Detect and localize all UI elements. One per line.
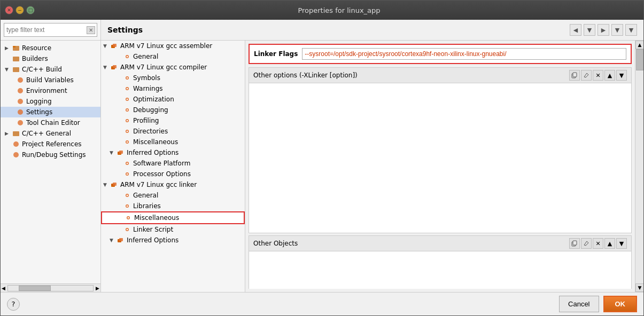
tree-software-platform[interactable]: Software Platform — [101, 158, 245, 169]
cancel-button[interactable]: Cancel — [559, 296, 599, 312]
other-objects-toolbar: ✕ ▲ ▼ — [569, 238, 627, 249]
svg-point-25 — [127, 109, 128, 111]
right-content: Linker Flags Other options (-XLinker [op… — [245, 41, 643, 292]
svg-point-19 — [127, 77, 128, 79]
tree-optimization[interactable]: Optimization — [101, 94, 245, 105]
svg-rect-9 — [13, 131, 19, 136]
tree-arm-linker[interactable]: ▼ ARM v7 Linux gcc linker — [101, 179, 245, 190]
tree-item-ccpp-build[interactable]: ▼ C/C++ Build — [1, 64, 100, 75]
copy-button[interactable] — [569, 70, 580, 81]
tree-inferred-compiler[interactable]: ▼ Inferred Options — [101, 147, 245, 158]
delete-button[interactable]: ✕ — [593, 238, 603, 249]
nav-back-dropdown-button[interactable]: ▼ — [584, 24, 595, 36]
content-with-scrollbar: Linker Flags Other options (-XLinker [op… — [245, 41, 643, 292]
tree-item-build-variables[interactable]: Build Variables — [1, 75, 100, 85]
tree-item-toolchain-editor[interactable]: Tool Chain Editor — [1, 117, 100, 128]
svg-point-21 — [127, 88, 128, 90]
close-button[interactable]: ✕ — [5, 6, 13, 14]
tree-label: Run/Debug Settings — [22, 151, 86, 159]
maximize-button[interactable]: □ — [26, 6, 35, 14]
other-options-header: Other options (-XLinker [option]) — [249, 68, 631, 83]
tree-symbols[interactable]: Symbols — [101, 73, 245, 83]
inferred-compiler-icon — [117, 148, 125, 157]
window-controls: ✕ − □ — [5, 6, 35, 14]
tree-item-environment[interactable]: Environment — [1, 85, 100, 96]
tree-item-project-refs[interactable]: Project References — [1, 139, 100, 149]
edit-button[interactable] — [581, 70, 592, 81]
help-button[interactable]: ? — [7, 298, 20, 311]
other-options-label: Other options (-XLinker [option]) — [253, 72, 358, 79]
nav-forward-dropdown-button[interactable]: ▼ — [611, 24, 623, 36]
tree-label: Project References — [22, 140, 82, 148]
nav-back-button[interactable]: ◀ — [570, 24, 581, 36]
tree-profiling[interactable]: Profiling — [101, 115, 245, 126]
move-down-button[interactable]: ▼ — [616, 70, 627, 81]
tree-label: Settings — [26, 108, 52, 116]
tree-label: Symbols — [133, 74, 160, 82]
tree-arrow: ▼ — [103, 182, 108, 187]
tree-linker-general[interactable]: General — [101, 190, 245, 201]
tree-arm-asm-general[interactable]: General — [101, 51, 245, 62]
filter-input[interactable] — [6, 26, 87, 34]
tree-arrow: ▼ — [110, 238, 115, 243]
hscroll-thumb — [19, 286, 51, 291]
svg-rect-51 — [573, 73, 577, 77]
titlebar: ✕ − □ Properties for linux_app — [1, 1, 643, 20]
svg-point-31 — [127, 141, 128, 143]
move-up-button[interactable]: ▲ — [604, 70, 615, 81]
tree-item-run-debug[interactable]: Run/Debug Settings — [1, 149, 100, 160]
tree-miscellaneous[interactable]: Miscellaneous — [101, 211, 245, 224]
left-panel-scrollbar[interactable]: ◀ ▶ — [1, 283, 100, 292]
minimize-button[interactable]: − — [15, 6, 24, 14]
tree-arm-compiler[interactable]: ▼ ARM v7 Linux gcc compiler — [101, 62, 245, 73]
svg-point-37 — [127, 173, 128, 175]
tree-warnings[interactable]: Warnings — [101, 83, 245, 94]
tree-arrow: ▼ — [103, 43, 108, 49]
tree-label: Directories — [133, 128, 168, 135]
move-down-button[interactable]: ▼ — [616, 238, 627, 249]
nav-menu-button[interactable]: ▼ — [625, 24, 637, 36]
tree-misc-compiler[interactable]: Miscellaneous — [101, 137, 245, 147]
gear-icon — [123, 95, 131, 104]
arm-compiler-icon — [110, 63, 119, 72]
tree-item-ccpp-general[interactable]: ▶ C/C++ General — [1, 128, 100, 139]
svg-point-27 — [127, 120, 128, 122]
ccpp-build-icon — [12, 65, 20, 74]
filter-input-wrap: ✕ — [4, 23, 97, 37]
tree-item-builders[interactable]: Builders — [1, 53, 100, 64]
linker-flags-input[interactable] — [302, 48, 626, 60]
tree-directories[interactable]: Directories — [101, 126, 245, 137]
gear-icon — [123, 84, 131, 93]
move-up-button[interactable]: ▲ — [604, 238, 615, 249]
tree-libraries[interactable]: Libraries — [101, 201, 245, 211]
settings-header: Settings ◀ ▼ ▶ ▼ ▼ — [101, 20, 643, 41]
bottom-bar: ? Cancel OK — [1, 292, 643, 315]
svg-point-7 — [18, 109, 23, 115]
tree-label: General — [133, 53, 158, 60]
nav-forward-button[interactable]: ▶ — [598, 24, 609, 36]
tree-arm-asm[interactable]: ▼ ARM v7 Linux gcc assembler — [101, 41, 245, 51]
tree-label: ARM v7 Linux gcc linker — [120, 181, 197, 188]
tree-inferred-linker[interactable]: ▼ Inferred Options — [101, 235, 245, 246]
tree-debugging[interactable]: Debugging — [101, 105, 245, 115]
ccpp-general-icon — [12, 129, 20, 138]
edit-button[interactable] — [581, 238, 592, 249]
left-panel: ✕ ▶ Resource Builders — [1, 20, 101, 292]
scroll-down-arrow[interactable]: ▼ — [635, 283, 643, 292]
scroll-left-arrow[interactable]: ◀ — [1, 286, 6, 291]
tree-linker-script[interactable]: Linker Script — [101, 224, 245, 235]
other-objects-header: Other Objects ✕ — [249, 236, 631, 251]
tree-item-resource[interactable]: ▶ Resource — [1, 43, 100, 53]
gear-icon — [123, 74, 131, 82]
ok-button[interactable]: OK — [603, 296, 638, 312]
delete-button[interactable]: ✕ — [593, 70, 603, 81]
scroll-up-arrow[interactable]: ▲ — [635, 41, 643, 49]
tree-item-logging[interactable]: Logging — [1, 96, 100, 107]
linker-flags-label: Linker Flags — [254, 50, 298, 58]
tree-label: C/C++ Build — [22, 66, 62, 73]
scroll-right-arrow[interactable]: ▶ — [95, 286, 100, 291]
copy-button[interactable] — [569, 238, 580, 249]
filter-clear-button[interactable]: ✕ — [87, 26, 95, 34]
tree-processor-options[interactable]: Processor Options — [101, 169, 245, 179]
tree-item-settings[interactable]: Settings — [1, 107, 100, 117]
